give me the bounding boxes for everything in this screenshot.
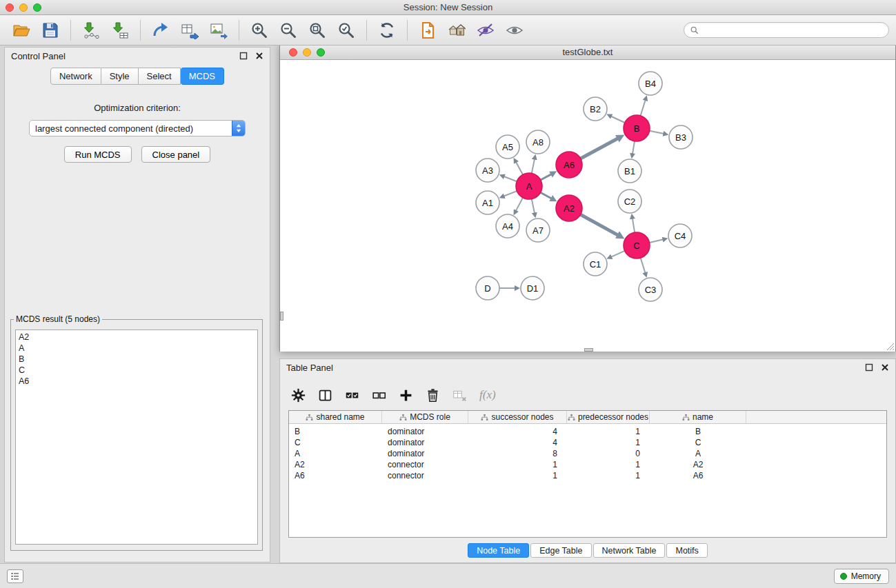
tab-node-table[interactable]: Node Table — [468, 543, 529, 558]
optimization-criterion-select[interactable]: largest connected component (directed) — [29, 120, 246, 136]
mcds-result-item-a6[interactable]: A6 — [19, 376, 255, 387]
task-history-button[interactable] — [7, 569, 23, 583]
network-node-A7[interactable]: A7 — [526, 219, 550, 242]
network-node-B1[interactable]: B1 — [618, 159, 641, 183]
network-node-B[interactable]: B — [624, 115, 650, 141]
table-row-b[interactable]: Bdominator41B — [289, 426, 886, 437]
tab-motifs[interactable]: Motifs — [666, 543, 707, 558]
run-mcds-button[interactable]: Run MCDS — [64, 146, 132, 163]
network-node-D1[interactable]: D1 — [521, 276, 544, 300]
close-network-window-button[interactable] — [289, 48, 297, 57]
table-row-a6[interactable]: A6connector11A6 — [289, 470, 886, 481]
show-details-button[interactable] — [504, 19, 526, 41]
tab-select[interactable]: Select — [139, 68, 181, 85]
deselect-all-columns-icon[interactable] — [372, 388, 386, 403]
tab-mcds[interactable]: MCDS — [181, 68, 224, 85]
network-edge-C-C2[interactable] — [633, 219, 635, 233]
mcds-result-item-a[interactable]: A — [19, 343, 255, 354]
network-edge-A2-C[interactable] — [581, 214, 617, 234]
float-panel-icon[interactable] — [865, 363, 873, 372]
resize-grip-icon[interactable] — [886, 343, 895, 351]
network-canvas-svg[interactable]: B4B2BB3A5A8A6A3B1AA1C2A2A4A7C4CC1C3DD1 — [280, 60, 895, 352]
close-window-button[interactable] — [6, 3, 14, 12]
network-edge-A-A3[interactable] — [504, 176, 517, 181]
tab-style[interactable]: Style — [101, 68, 139, 85]
add-column-icon[interactable] — [399, 388, 413, 403]
column-header-shared-name[interactable]: shared name — [289, 411, 382, 423]
import-table-button[interactable] — [109, 19, 131, 41]
hide-details-button[interactable] — [475, 19, 497, 41]
network-edge-C-C1[interactable] — [612, 251, 625, 257]
network-overview-button[interactable] — [446, 19, 468, 41]
tab-network[interactable]: Network — [50, 68, 101, 85]
table-settings-gear-icon[interactable] — [291, 388, 306, 403]
network-node-C2[interactable]: C2 — [618, 190, 641, 213]
column-header-predecessor-nodes[interactable]: predecessor nodes — [567, 411, 650, 423]
network-node-C4[interactable]: C4 — [668, 224, 692, 247]
network-node-A3[interactable]: A3 — [476, 159, 499, 182]
network-edge-A-A6[interactable] — [541, 174, 551, 180]
network-edge-C-C3[interactable] — [641, 258, 646, 272]
mcds-result-item-b[interactable]: B — [19, 354, 255, 365]
select-all-columns-icon[interactable] — [345, 388, 359, 403]
mcds-result-item-c[interactable]: C — [19, 365, 255, 376]
import-network-button[interactable] — [80, 19, 102, 41]
network-node-C[interactable]: C — [624, 232, 650, 258]
network-edge-B-B1[interactable] — [633, 141, 635, 154]
dropdown-stepper[interactable] — [232, 121, 245, 136]
close-panel-icon[interactable] — [255, 52, 263, 60]
network-edge-A-A2[interactable] — [541, 192, 551, 198]
network-node-A[interactable]: A — [516, 173, 542, 199]
zoom-network-window-button[interactable] — [317, 48, 325, 57]
network-node-A5[interactable]: A5 — [496, 135, 519, 159]
table-row-a[interactable]: Adominator80A — [289, 448, 886, 459]
network-edge-A-A8[interactable] — [532, 160, 535, 174]
network-edge-A-A7[interactable] — [532, 199, 535, 213]
panel-resize-handle[interactable] — [584, 348, 593, 352]
mcds-result-item-a2[interactable]: A2 — [19, 332, 255, 343]
table-row-c[interactable]: Cdominator41C — [289, 437, 886, 448]
apply-function-button[interactable]: f(x) — [479, 388, 496, 402]
float-panel-icon[interactable] — [239, 52, 248, 60]
network-node-A4[interactable]: A4 — [496, 214, 519, 238]
network-node-B3[interactable]: B3 — [669, 125, 693, 149]
network-edge-A-A4[interactable] — [516, 198, 523, 210]
network-edge-A-A1[interactable] — [504, 191, 517, 196]
network-node-C3[interactable]: C3 — [639, 278, 662, 301]
column-header-name[interactable]: name — [650, 411, 746, 423]
open-session-button[interactable] — [10, 19, 32, 41]
export-table-button[interactable] — [179, 19, 201, 41]
delete-table-icon[interactable] — [452, 388, 467, 403]
delete-column-icon[interactable] — [426, 388, 440, 403]
search-input[interactable] — [702, 26, 882, 35]
minimize-network-window-button[interactable] — [303, 48, 311, 57]
tab-edge-table[interactable]: Edge Table — [530, 543, 591, 558]
network-node-B2[interactable]: B2 — [584, 97, 607, 121]
zoom-in-button[interactable] — [248, 19, 270, 41]
column-header-mcds-role[interactable]: MCDS role — [382, 411, 468, 423]
refresh-network-button[interactable] — [376, 19, 398, 41]
zoom-selected-button[interactable] — [335, 19, 357, 41]
network-edge-B-B4[interactable] — [641, 101, 646, 116]
memory-button[interactable]: Memory — [834, 569, 889, 584]
network-edge-A6-B[interactable] — [581, 139, 617, 159]
network-node-B4[interactable]: B4 — [639, 72, 662, 95]
network-node-A6[interactable]: A6 — [556, 152, 582, 178]
search-box[interactable] — [684, 22, 889, 38]
node-table[interactable]: shared nameMCDS rolesuccessor nodesprede… — [288, 410, 887, 538]
new-network-button[interactable] — [150, 19, 172, 41]
mcds-result-list[interactable]: A2ABCA6 — [15, 330, 258, 545]
zoom-window-button[interactable] — [33, 3, 41, 12]
network-edge-B-B3[interactable] — [650, 131, 664, 134]
minimize-window-button[interactable] — [19, 3, 28, 12]
table-row-a2[interactable]: A2connector11A2 — [289, 459, 886, 470]
network-canvas[interactable]: B4B2BB3A5A8A6A3B1AA1C2A2A4A7C4CC1C3DD1 — [280, 60, 895, 352]
export-image-button[interactable] — [208, 19, 230, 41]
zoom-out-button[interactable] — [277, 19, 299, 41]
open-document-button[interactable] — [417, 19, 439, 41]
network-node-D[interactable]: D — [476, 276, 499, 300]
close-panel-button[interactable]: Close panel — [141, 146, 211, 163]
zoom-fit-button[interactable] — [306, 19, 328, 41]
show-columns-icon[interactable] — [318, 388, 332, 403]
network-node-C1[interactable]: C1 — [584, 252, 607, 276]
